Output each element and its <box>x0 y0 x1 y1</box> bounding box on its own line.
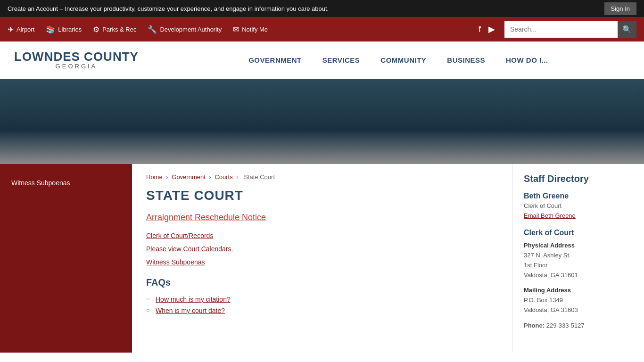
phone-number: 229-333-5127 <box>546 322 585 329</box>
physical-address: 327 N. Ashley St.1st FloorValdosta, GA 3… <box>524 251 633 280</box>
youtube-icon[interactable]: ▶ <box>488 24 495 34</box>
utility-link-parks-label: Parks & Rec <box>102 26 136 33</box>
staff-name: Beth Greene <box>524 192 633 200</box>
court-calendars-link[interactable]: Please view Court Calendars. <box>146 245 498 253</box>
top-banner: Create an Account – Increase your produc… <box>0 0 644 17</box>
nav-government[interactable]: GOVERNMENT <box>238 41 312 79</box>
arraignment-link[interactable]: Arraignment Reschedule Notice <box>146 213 498 222</box>
airplane-icon: ✈ <box>8 25 14 34</box>
nav-how-do-i[interactable]: HOW DO I... <box>495 41 559 79</box>
book-icon: 📚 <box>46 25 55 34</box>
hero-image <box>0 79 644 164</box>
phone-info: Phone: 229-333-5127 <box>524 322 633 329</box>
utility-link-airport-label: Airport <box>17 26 34 33</box>
nav-community[interactable]: COMMUNITY <box>370 41 437 79</box>
witness-subpoenas-link[interactable]: Witness Subpoenas <box>146 258 498 266</box>
utility-link-notify[interactable]: ✉ Notify Me <box>233 25 268 34</box>
breadcrumb-separator-2: › <box>209 173 213 181</box>
banner-text: Create an Account – Increase your produc… <box>8 5 604 12</box>
clerk-records-link[interactable]: Clerk of Court/Records <box>146 232 498 239</box>
search-button[interactable]: 🔍 <box>618 21 636 38</box>
utility-nav: ✈ Airport 📚 Libraries ⚙ Parks & Rec 🔧 De… <box>0 17 644 41</box>
faq-link-citation[interactable]: How much is my citation? <box>156 296 231 303</box>
utility-link-development[interactable]: 🔧 Development Authority <box>148 25 222 34</box>
wrench-icon: 🔧 <box>148 25 157 34</box>
logo-link[interactable]: LOWNDES COUNTY GEORGIA <box>14 50 139 70</box>
utility-link-airport[interactable]: ✈ Airport <box>8 25 34 34</box>
staff-directory-title: Staff Directory <box>524 173 633 184</box>
utility-link-libraries-label: Libraries <box>58 26 82 33</box>
faq-link-court-date[interactable]: When is my court date? <box>156 307 225 314</box>
page-title: STATE COURT <box>146 188 498 203</box>
faq-item-2: When is my court date? <box>146 305 498 316</box>
utility-link-development-label: Development Authority <box>160 26 222 33</box>
faq-item-1: How much is my citation? <box>146 294 498 305</box>
breadcrumb-home[interactable]: Home <box>146 173 163 181</box>
faq-list: How much is my citation? When is my cour… <box>146 294 498 316</box>
nav-business[interactable]: BUSINESS <box>437 41 495 79</box>
content-wrapper: Witness Subpoenas Home › Government › Co… <box>0 164 644 353</box>
breadcrumb-separator-1: › <box>166 173 170 181</box>
logo-subtitle: GEORGIA <box>14 63 139 70</box>
mail-icon: ✉ <box>233 25 239 34</box>
gear-icon: ⚙ <box>93 25 99 34</box>
faqs-title: FAQs <box>146 277 498 288</box>
utility-link-notify-label: Notify Me <box>242 26 268 33</box>
sidebar: Witness Subpoenas <box>0 164 132 353</box>
physical-address-label: Physical Address <box>524 242 633 249</box>
sidebar-item-witness-subpoenas[interactable]: Witness Subpoenas <box>0 173 132 192</box>
nav-services[interactable]: SERVICES <box>312 41 371 79</box>
breadcrumb: Home › Government › Courts › State Court <box>146 173 498 181</box>
mailing-address: P.O. Box 1349Valdosta, GA 31603 <box>524 296 633 315</box>
main-header: LOWNDES COUNTY GEORGIA GOVERNMENT SERVIC… <box>0 41 644 79</box>
clerk-section-title: Clerk of Court <box>524 229 633 237</box>
staff-role: Clerk of Court <box>524 202 633 209</box>
breadcrumb-courts[interactable]: Courts <box>215 173 232 181</box>
mailing-address-label: Mailing Address <box>524 287 633 294</box>
phone-label: Phone: <box>524 322 545 329</box>
facebook-icon[interactable]: f <box>479 25 481 34</box>
staff-directory: Staff Directory Beth Greene Clerk of Cou… <box>512 164 644 353</box>
search-input[interactable] <box>504 21 618 38</box>
utility-link-parks[interactable]: ⚙ Parks & Rec <box>93 25 136 34</box>
sign-in-button[interactable]: Sign In <box>604 2 636 15</box>
search-bar: 🔍 <box>504 21 636 38</box>
utility-link-libraries[interactable]: 📚 Libraries <box>46 25 82 34</box>
main-nav: GOVERNMENT SERVICES COMMUNITY BUSINESS H… <box>167 41 630 79</box>
breadcrumb-current: State Court <box>244 173 275 181</box>
logo-title: LOWNDES COUNTY <box>14 50 139 63</box>
breadcrumb-government[interactable]: Government <box>172 173 206 181</box>
breadcrumb-separator-3: › <box>236 173 240 181</box>
main-content: Home › Government › Courts › State Court… <box>132 164 512 353</box>
utility-links: ✈ Airport 📚 Libraries ⚙ Parks & Rec 🔧 De… <box>8 25 479 34</box>
social-icons: f ▶ <box>479 24 495 34</box>
email-beth-greene-link[interactable]: Email Beth Greene <box>524 212 633 219</box>
